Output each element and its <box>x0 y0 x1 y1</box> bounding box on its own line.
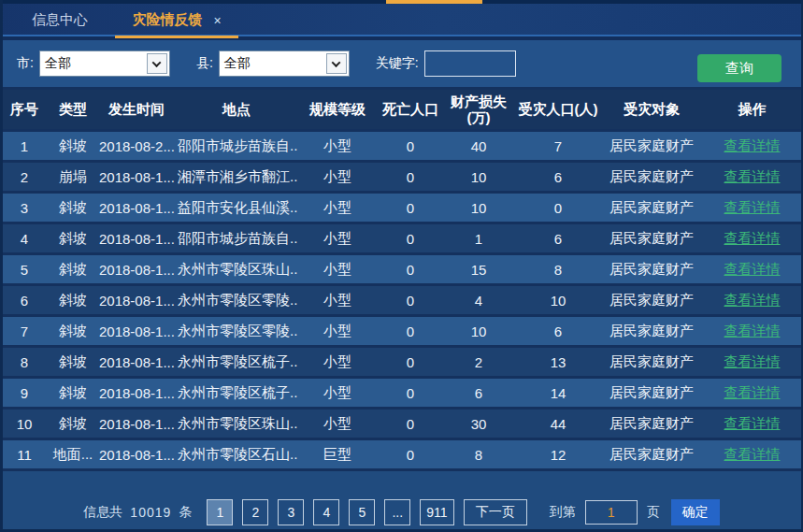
cell-affected: 14 <box>514 379 602 407</box>
cell-time: 2018-08-1... <box>97 410 176 438</box>
goto-prefix-label: 到第 <box>550 504 576 521</box>
county-label: 县: <box>196 55 213 72</box>
keyword-input[interactable] <box>424 50 516 77</box>
cell-scale: 巨型 <box>297 440 378 468</box>
cell-place: 永州市零陵区梳子... <box>176 348 297 376</box>
cell-scale: 小型 <box>297 224 378 252</box>
view-details-link[interactable]: 查看详情 <box>724 261 781 277</box>
table-row: 3 斜坡 2018-08-1... 益阳市安化县仙溪... 小型 0 10 0 … <box>0 194 803 222</box>
cell-loss: 10 <box>443 194 514 222</box>
search-button[interactable]: 查询 <box>697 54 781 82</box>
cell-type: 斜坡 <box>49 348 97 376</box>
cell-deaths: 0 <box>378 194 443 222</box>
column-header: 地点 <box>176 90 297 129</box>
cell-no: 10 <box>0 410 49 438</box>
view-details-link[interactable]: 查看详情 <box>724 415 781 431</box>
tab-label: 信息中心 <box>32 11 88 29</box>
cell-loss: 10 <box>443 317 514 345</box>
cell-deaths: 0 <box>378 440 443 468</box>
cell-no: 8 <box>0 348 49 376</box>
cell-place: 永州市零陵区珠山... <box>176 410 297 438</box>
cell-deaths: 0 <box>378 410 443 438</box>
cell-action: 查看详情 <box>701 224 803 252</box>
pagination-bar: 信息共 10019 条 1 2 3 4 5 ... 911 下一页 到第 页 确… <box>0 498 803 526</box>
cell-deaths: 0 <box>378 286 443 314</box>
cell-object: 居民家庭财产 <box>602 348 701 376</box>
cell-scale: 小型 <box>297 317 378 345</box>
goto-page-input[interactable] <box>585 500 638 525</box>
cell-loss: 1 <box>443 224 514 252</box>
page-button[interactable]: 1 <box>207 499 233 525</box>
city-label: 市: <box>17 55 34 72</box>
cell-action: 查看详情 <box>701 440 803 468</box>
total-count: 10019 <box>130 505 171 520</box>
disaster-table: 序号 类型 发生时间 地点 规模等级 死亡人口 财产损失(万) 受灾人口(人) … <box>0 87 803 471</box>
cell-time: 2018-08-1... <box>97 255 176 283</box>
page-button[interactable]: ... <box>384 499 410 525</box>
cell-action: 查看详情 <box>701 255 803 283</box>
column-header: 发生时间 <box>97 90 176 129</box>
county-select[interactable]: 全部 <box>219 50 350 77</box>
close-tab-icon[interactable]: × <box>213 13 221 28</box>
page-button[interactable]: 5 <box>349 499 375 525</box>
view-details-link[interactable]: 查看详情 <box>724 353 781 369</box>
keyword-label: 关键字: <box>376 55 419 72</box>
cell-action: 查看详情 <box>701 379 803 407</box>
next-page-button[interactable]: 下一页 <box>464 499 527 525</box>
cell-type: 斜坡 <box>49 317 97 345</box>
cell-loss: 40 <box>443 132 514 160</box>
column-header: 类型 <box>49 90 97 129</box>
cell-place: 永州市零陵区零陵... <box>176 286 297 314</box>
view-details-link[interactable]: 查看详情 <box>724 168 781 184</box>
cell-place: 邵阳市城步苗族自... <box>176 132 297 160</box>
cell-time: 2018-08-1... <box>97 286 176 314</box>
view-details-link[interactable]: 查看详情 <box>724 292 781 308</box>
view-details-link[interactable]: 查看详情 <box>724 199 781 215</box>
cell-action: 查看详情 <box>701 317 803 345</box>
cell-place: 湘潭市湘乡市翻江... <box>176 163 297 191</box>
cell-type: 地面... <box>49 440 97 468</box>
page-button[interactable]: 911 <box>420 499 453 525</box>
cell-type: 斜坡 <box>49 194 97 222</box>
cell-affected: 44 <box>514 410 602 438</box>
cell-scale: 小型 <box>297 163 378 191</box>
column-header: 序号 <box>0 90 49 129</box>
table-row: 10 斜坡 2018-08-1... 永州市零陵区珠山... 小型 0 30 4… <box>0 410 803 438</box>
cell-time: 2018-08-1... <box>97 440 176 468</box>
cell-place: 永州市零陵区梳子... <box>176 379 297 407</box>
cell-scale: 小型 <box>297 379 378 407</box>
view-details-link[interactable]: 查看详情 <box>724 323 781 338</box>
view-details-link[interactable]: 查看详情 <box>724 384 781 400</box>
table-row: 5 斜坡 2018-08-1... 永州市零陵区珠山... 小型 0 15 8 … <box>0 255 803 283</box>
cell-type: 斜坡 <box>49 410 97 438</box>
cell-action: 查看详情 <box>701 410 803 438</box>
cell-time: 2018-08-1... <box>97 224 176 252</box>
cell-action: 查看详情 <box>701 132 803 160</box>
table-body: 1 斜坡 2018-08-2... 邵阳市城步苗族自... 小型 0 40 7 … <box>0 132 803 468</box>
cell-loss: 10 <box>443 163 514 191</box>
cell-affected: 6 <box>514 163 602 191</box>
cell-object: 居民家庭财产 <box>602 163 701 191</box>
confirm-button[interactable]: 确定 <box>671 499 720 525</box>
page-buttons: 1 2 3 4 5 ... 911 <box>207 499 463 525</box>
tab-disaster-feedback[interactable]: 灾险情反馈 × <box>115 4 238 36</box>
cell-loss: 15 <box>443 255 514 283</box>
cell-deaths: 0 <box>378 163 443 191</box>
page-button[interactable]: 2 <box>242 499 268 525</box>
cell-scale: 小型 <box>297 194 378 222</box>
table-row: 9 斜坡 2018-08-1... 永州市零陵区梳子... 小型 0 6 14 … <box>0 379 803 407</box>
table-row: 4 斜坡 2018-08-1... 邵阳市城步苗族自... 小型 0 1 6 居… <box>0 224 803 252</box>
page-button[interactable]: 4 <box>313 499 339 525</box>
city-select[interactable]: 全部 <box>39 50 170 77</box>
tab-info-center[interactable]: 信息中心 <box>22 4 97 36</box>
cell-loss: 4 <box>443 286 514 314</box>
cell-object: 居民家庭财产 <box>602 194 701 222</box>
cell-place: 永州市零陵区珠山... <box>176 255 297 283</box>
cell-object: 居民家庭财产 <box>602 379 701 407</box>
page-button[interactable]: 3 <box>278 499 304 525</box>
view-details-link[interactable]: 查看详情 <box>724 446 781 462</box>
view-details-link[interactable]: 查看详情 <box>724 230 781 246</box>
view-details-link[interactable]: 查看详情 <box>724 137 781 153</box>
column-header: 受灾人口(人) <box>514 90 602 129</box>
cell-loss: 30 <box>443 410 514 438</box>
